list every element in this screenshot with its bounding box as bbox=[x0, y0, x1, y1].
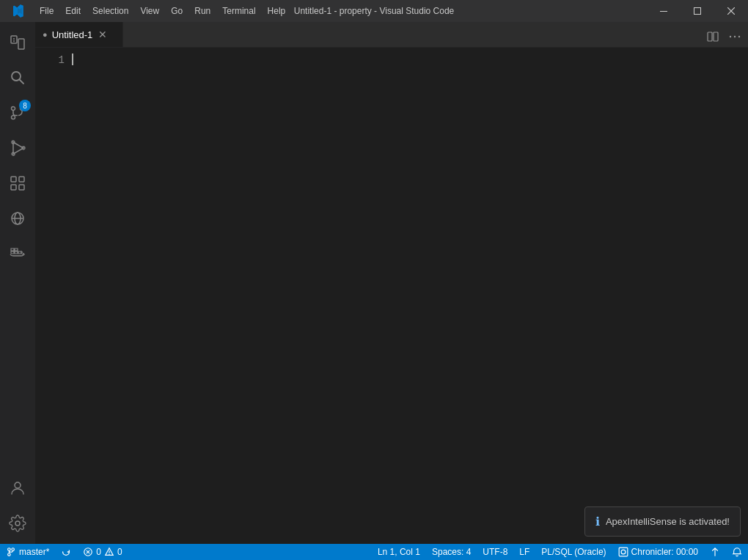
docker-icon bbox=[9, 245, 26, 262]
svg-point-40 bbox=[621, 550, 626, 554]
menu-terminal[interactable]: Terminal bbox=[216, 0, 261, 22]
cursor-position: Ln 1, Col 1 bbox=[378, 547, 420, 557]
activity-item-docker[interactable] bbox=[0, 236, 35, 271]
line-ending-label: LF bbox=[519, 547, 529, 557]
source-control-badge: 8 bbox=[19, 100, 31, 111]
svg-rect-18 bbox=[19, 177, 24, 182]
svg-rect-26 bbox=[708, 32, 712, 41]
line-numbers: 1 bbox=[35, 48, 72, 544]
activity-item-search[interactable] bbox=[0, 60, 35, 95]
activity-item-explorer[interactable] bbox=[0, 25, 35, 60]
menu-file[interactable]: File bbox=[34, 0, 59, 22]
activity-bar-bottom bbox=[0, 471, 35, 544]
editor-area: ● Untitled-1 ✕ bbox=[35, 22, 748, 544]
activity-item-run-debug[interactable] bbox=[0, 130, 35, 166]
split-editor-button[interactable] bbox=[703, 26, 723, 47]
code-editor[interactable] bbox=[72, 48, 748, 544]
status-right: Ln 1, Col 1 Spaces: 4 UTF-8 LF PL/SQL (O… bbox=[372, 544, 748, 560]
svg-rect-19 bbox=[19, 185, 24, 190]
maximize-icon bbox=[694, 7, 701, 15]
main-container: 8 bbox=[0, 22, 748, 544]
svg-point-29 bbox=[734, 36, 736, 37]
menu-bar: File Edit Selection View Go Run Terminal… bbox=[34, 0, 291, 22]
svg-point-30 bbox=[738, 36, 740, 37]
branch-name: master* bbox=[19, 547, 49, 557]
vscode-logo-icon bbox=[10, 4, 24, 18]
tab-close-button[interactable]: ✕ bbox=[97, 29, 109, 40]
status-left: master* 0 0 bbox=[0, 544, 128, 560]
svg-rect-1 bbox=[694, 8, 701, 15]
status-language[interactable]: PL/SQL (Oracle) bbox=[535, 544, 612, 560]
settings-icon bbox=[9, 515, 26, 532]
activity-item-accounts[interactable] bbox=[0, 471, 35, 506]
activity-item-remote-explorer[interactable] bbox=[0, 201, 35, 236]
svg-line-9 bbox=[20, 80, 24, 84]
svg-rect-4 bbox=[11, 36, 17, 43]
branch-icon bbox=[6, 547, 16, 557]
status-notifications[interactable] bbox=[726, 544, 748, 560]
more-actions-button[interactable] bbox=[725, 26, 745, 47]
svg-point-28 bbox=[730, 36, 731, 37]
svg-rect-5 bbox=[18, 39, 24, 49]
remote-explorer-icon bbox=[9, 210, 26, 227]
status-line-ending[interactable]: LF bbox=[513, 544, 535, 560]
tab-dot: ● bbox=[43, 30, 48, 39]
explorer-icon bbox=[9, 34, 26, 51]
liveshare-icon bbox=[710, 547, 720, 557]
activity-item-settings[interactable] bbox=[0, 506, 35, 541]
notifications-icon bbox=[732, 547, 742, 557]
svg-rect-39 bbox=[619, 548, 628, 556]
status-position[interactable]: Ln 1, Col 1 bbox=[372, 544, 426, 560]
spaces-label: Spaces: 4 bbox=[432, 547, 471, 557]
editor-content[interactable]: 1 ℹ ApexIntelliSense is activated! bbox=[35, 48, 748, 544]
status-chronicler[interactable]: Chronicler: 00:00 bbox=[612, 544, 704, 560]
title-bar-left: File Edit Selection View Go Run Terminal… bbox=[0, 0, 291, 22]
status-liveshare[interactable] bbox=[704, 544, 726, 560]
chronicler-label: Chronicler: 00:00 bbox=[631, 547, 698, 557]
encoding-label: UTF-8 bbox=[483, 547, 507, 557]
svg-point-12 bbox=[12, 116, 15, 119]
minimize-icon bbox=[660, 11, 667, 12]
svg-rect-20 bbox=[11, 185, 16, 190]
close-button[interactable] bbox=[714, 0, 748, 22]
title-bar: File Edit Selection View Go Run Terminal… bbox=[0, 0, 748, 22]
tabs-actions bbox=[700, 26, 748, 47]
extensions-icon bbox=[9, 174, 26, 192]
svg-point-31 bbox=[8, 548, 11, 551]
status-branch[interactable]: master* bbox=[0, 544, 55, 560]
notification-message: ApexIntelliSense is activated! bbox=[606, 516, 730, 527]
activity-bar: 8 bbox=[0, 22, 35, 544]
svg-rect-27 bbox=[714, 32, 718, 41]
status-errors[interactable]: 0 0 bbox=[77, 544, 128, 560]
status-encoding[interactable]: UTF-8 bbox=[477, 544, 513, 560]
cursor-line bbox=[72, 54, 748, 65]
menu-help[interactable]: Help bbox=[262, 0, 292, 22]
window-controls bbox=[647, 0, 748, 22]
svg-rect-17 bbox=[11, 177, 16, 182]
status-sync[interactable] bbox=[55, 544, 77, 560]
tab-untitled-1[interactable]: ● Untitled-1 ✕ bbox=[35, 22, 123, 47]
activity-item-source-control[interactable]: 8 bbox=[0, 95, 35, 130]
search-icon bbox=[9, 69, 26, 86]
tabs-bar: ● Untitled-1 ✕ bbox=[35, 22, 748, 48]
svg-point-24 bbox=[15, 482, 21, 488]
menu-selection[interactable]: Selection bbox=[87, 0, 134, 22]
sync-icon bbox=[61, 547, 71, 557]
menu-go[interactable]: Go bbox=[165, 0, 188, 22]
svg-point-32 bbox=[8, 553, 11, 556]
close-icon bbox=[727, 7, 735, 15]
menu-edit[interactable]: Edit bbox=[59, 0, 87, 22]
menu-view[interactable]: View bbox=[134, 0, 165, 22]
svg-point-38 bbox=[109, 554, 109, 555]
activity-item-extensions[interactable] bbox=[0, 166, 35, 201]
language-label: PL/SQL (Oracle) bbox=[541, 547, 606, 557]
status-spaces[interactable]: Spaces: 4 bbox=[426, 544, 477, 560]
minimize-button[interactable] bbox=[647, 0, 681, 22]
accounts-icon bbox=[9, 479, 26, 497]
chronicler-icon bbox=[618, 547, 628, 557]
status-bar: master* 0 0 Ln 1, Col bbox=[0, 544, 748, 560]
warning-icon bbox=[104, 547, 114, 557]
more-actions-icon bbox=[729, 31, 741, 43]
menu-run[interactable]: Run bbox=[188, 0, 216, 22]
maximize-button[interactable] bbox=[681, 0, 714, 22]
